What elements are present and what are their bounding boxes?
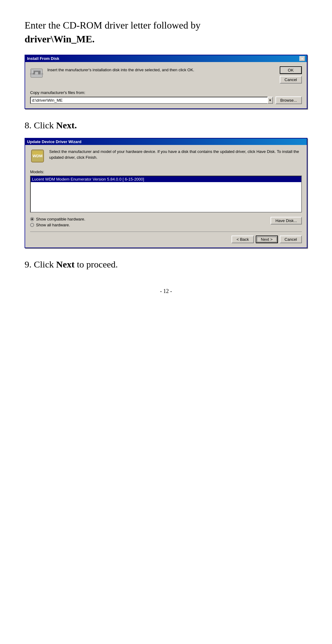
step9-bold: Next (56, 259, 75, 269)
path-combo[interactable]: ▼ (30, 97, 273, 104)
models-label: Models: (30, 170, 302, 174)
wizard-message-text: Select the manufacturer and model of you… (49, 149, 302, 161)
combo-dropdown-arrow[interactable]: ▼ (267, 97, 273, 104)
disk-drive-icon (30, 68, 43, 79)
wizard-cancel-button[interactable]: Cancel (280, 236, 302, 243)
install-disk-body: Insert the manufacturer's installation d… (25, 62, 307, 108)
step8-bold: Next. (56, 120, 77, 130)
install-disk-titlebar: Install From Disk × (25, 55, 307, 62)
browse-button[interactable]: Browse... (275, 96, 302, 104)
svg-rect-2 (35, 72, 38, 74)
wizard-next-button[interactable]: Next > (256, 236, 278, 243)
wizard-body: WDM Select the manufacturer and model of… (25, 145, 307, 248)
install-disk-button-group: OK Cancel (280, 66, 302, 84)
update-driver-wizard-dialog: Update Device Driver Wizard WDM Select t… (25, 138, 307, 248)
svg-rect-7 (31, 74, 42, 75)
intro-line2-bold: driver\Win_ME. (25, 33, 95, 45)
wizard-top-section: WDM Select the manufacturer and model of… (30, 149, 302, 163)
install-disk-cancel-button[interactable]: Cancel (280, 76, 302, 84)
svg-rect-5 (32, 70, 34, 73)
install-disk-bottom-section: Copy manufacturer's files from: ▼ Browse… (30, 90, 302, 104)
wdm-icon: WDM (30, 149, 45, 163)
install-disk-message: Insert the manufacturer's installation d… (47, 67, 277, 73)
intro-text: Enter the CD-ROM driver letter followed … (25, 18, 307, 46)
wizard-back-button[interactable]: < Back (231, 236, 254, 243)
install-disk-title: Install From Disk (27, 56, 59, 61)
path-input[interactable] (30, 97, 267, 104)
show-all-radio[interactable] (30, 223, 34, 227)
wizard-radio-options: Show compatible hardware. Show all hardw… (30, 217, 85, 227)
page-number: - 12 - (25, 288, 307, 295)
step9-suffix: to proceed. (74, 259, 118, 269)
install-disk-ok-button[interactable]: OK (280, 66, 302, 74)
wizard-titlebar: Update Device Driver Wizard (25, 139, 307, 145)
show-compatible-radio[interactable] (30, 217, 34, 221)
install-disk-message-text: Insert the manufacturer's installation d… (47, 68, 194, 72)
have-disk-button[interactable]: Have Disk... (271, 217, 302, 224)
install-disk-path-row: ▼ Browse... (30, 96, 302, 104)
wizard-divider (30, 232, 302, 232)
install-disk-top-section: Insert the manufacturer's installation d… (30, 66, 302, 84)
step8-text: 8. Click (25, 120, 56, 130)
install-from-disk-dialog: Install From Disk × Insert the manufactu… (25, 55, 307, 109)
copy-files-label: Copy manufacturer's files from: (30, 90, 302, 95)
step8-heading: 8. Click Next. (25, 120, 307, 131)
intro-line1: Enter the CD-ROM driver letter followed … (25, 20, 200, 31)
models-listbox[interactable]: Lucent WDM Modem Enumerator Version 5.84… (30, 176, 302, 213)
show-compatible-label: Show compatible hardware. (36, 217, 85, 221)
show-all-row[interactable]: Show all hardware. (30, 223, 85, 227)
models-list-item[interactable]: Lucent WDM Modem Enumerator Version 5.84… (31, 176, 301, 182)
wizard-footer: < Back Next > Cancel (30, 234, 302, 245)
install-disk-close-button[interactable]: × (299, 56, 305, 61)
have-disk-area: Have Disk... (271, 217, 302, 224)
step9-text: 9. Click (25, 259, 56, 269)
show-all-label: Show all hardware. (36, 223, 70, 227)
wizard-title: Update Device Driver Wizard (27, 139, 81, 144)
step9-heading: 9. Click Next to proceed. (25, 259, 307, 270)
show-compatible-row[interactable]: Show compatible hardware. (30, 217, 85, 221)
svg-rect-10 (33, 151, 42, 155)
